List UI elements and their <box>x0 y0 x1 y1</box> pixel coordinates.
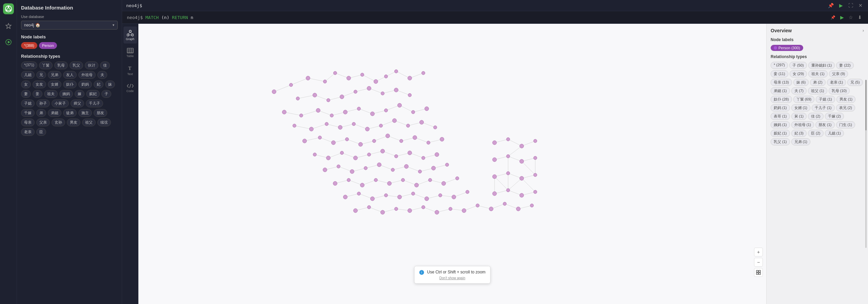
graph-node[interactable] <box>345 138 349 141</box>
rel-tag[interactable]: 师父 <box>71 100 84 107</box>
graph-node[interactable] <box>493 141 497 145</box>
graph-node[interactable] <box>359 142 363 146</box>
graph-node[interactable] <box>506 155 510 158</box>
graph-node[interactable] <box>408 151 412 155</box>
graph-node[interactable] <box>406 124 410 127</box>
graph-node[interactable] <box>340 95 344 99</box>
rel-tag[interactable]: 祖夫 <box>44 90 58 98</box>
rel-tag[interactable]: 臣 <box>36 128 46 136</box>
graph-node[interactable] <box>367 86 371 90</box>
graph-node[interactable] <box>347 178 350 182</box>
rel-tag[interactable]: 弟 <box>36 109 46 117</box>
ov-rel-tag[interactable]: 女 (29) <box>790 70 807 77</box>
rel-tag[interactable]: 奴仆 <box>63 81 77 88</box>
query-download-btn[interactable]: ⬇ <box>856 14 863 21</box>
rel-tag[interactable]: 奶妈 <box>78 81 92 88</box>
cmd-play-btn[interactable]: ▶ <box>838 2 844 9</box>
graph-node[interactable] <box>435 210 439 214</box>
ov-rel-tag[interactable]: 臣 (2) <box>808 130 824 137</box>
rel-tag[interactable]: 乳母 <box>54 61 68 69</box>
rel-tag[interactable]: 施主 <box>78 109 92 117</box>
graph-node[interactable] <box>300 114 303 117</box>
db-select-wrap[interactable]: neo4j 🏠 <box>21 21 118 30</box>
graph-node[interactable] <box>384 194 388 197</box>
graph-node[interactable] <box>333 181 337 185</box>
graph-node[interactable] <box>411 192 415 195</box>
rel-tag[interactable]: 女 <box>21 81 31 88</box>
ov-rel-tag[interactable]: 外祖母 (1) <box>791 121 814 128</box>
rel-tag[interactable]: 孙子 <box>36 100 50 107</box>
ov-rel-tag[interactable]: 弟 (2) <box>810 79 826 86</box>
graph-node[interactable] <box>431 166 436 170</box>
graph-node[interactable] <box>361 73 364 76</box>
graph-node[interactable] <box>449 207 452 211</box>
rel-tag[interactable]: 徒弟 <box>63 109 77 117</box>
graph-node[interactable] <box>520 144 524 148</box>
graph-node[interactable] <box>456 177 459 180</box>
ov-rel-tag[interactable]: 门生 (1) <box>836 121 855 128</box>
ov-rel-tag[interactable]: 佳 (2) <box>808 113 824 120</box>
graph-node[interactable] <box>493 192 497 196</box>
ov-rel-tag[interactable]: 弟媳 (1) <box>771 87 790 94</box>
viz-btn-code[interactable]: Code <box>123 79 137 96</box>
graph-node[interactable] <box>330 114 333 117</box>
graph-node[interactable] <box>503 202 506 205</box>
nav-icon-play[interactable] <box>4 37 13 47</box>
rel-tag[interactable]: 兄 <box>36 71 46 79</box>
graph-node[interactable] <box>452 195 456 199</box>
graph-node[interactable] <box>360 183 364 187</box>
ov-rel-tag[interactable]: 妃 (3) <box>791 130 807 137</box>
query-play-btn[interactable]: ▶ <box>839 14 845 21</box>
graph-node[interactable] <box>331 141 335 145</box>
graph-node[interactable] <box>325 122 328 126</box>
rel-tag[interactable]: 小舅子 <box>52 100 69 107</box>
ov-rel-tag[interactable]: 妹 (6) <box>793 79 809 86</box>
db-select[interactable]: neo4j 🏠 <box>21 21 118 30</box>
ov-rel-tag[interactable]: 兄 (5) <box>847 79 863 86</box>
graph-node[interactable] <box>386 134 390 138</box>
rel-tag[interactable]: 子媳 <box>21 100 35 107</box>
graph-node[interactable] <box>387 181 391 185</box>
graph-node[interactable] <box>404 164 408 168</box>
graph-node[interactable] <box>372 139 376 143</box>
rel-tag[interactable]: 姨妈 <box>59 90 73 98</box>
graph-node[interactable] <box>428 178 432 182</box>
graph-node[interactable] <box>350 169 354 174</box>
rel-tag[interactable]: *(371) <box>21 61 37 69</box>
ov-rel-tag[interactable]: 子 (50) <box>789 62 807 69</box>
graph-node[interactable] <box>316 108 320 112</box>
graph-node[interactable] <box>365 127 369 131</box>
graph-node[interactable] <box>381 149 385 153</box>
ov-rel-tag[interactable]: 乳父 (1) <box>771 138 790 145</box>
graph-node[interactable] <box>442 181 446 185</box>
graph-node[interactable] <box>534 156 537 160</box>
rel-tag[interactable]: 兄弟 <box>48 71 61 79</box>
graph-node[interactable] <box>439 194 442 197</box>
graph-node[interactable] <box>420 120 424 124</box>
ov-rel-tag[interactable]: 朋友 (1) <box>815 121 835 128</box>
graph-node[interactable] <box>414 183 419 187</box>
ov-rel-tag[interactable]: 表兄 (2) <box>836 104 855 111</box>
graph-node[interactable] <box>398 195 402 199</box>
ov-node-label-person[interactable]: Person (300) <box>771 45 803 51</box>
graph-node[interactable] <box>379 124 383 127</box>
graph-node[interactable] <box>445 163 449 166</box>
graph-node[interactable] <box>377 163 381 167</box>
graph-node[interactable] <box>435 153 439 157</box>
cmd-fullscreen-btn[interactable]: ⛶ <box>847 2 854 9</box>
rel-tag[interactable]: 母亲 <box>21 119 35 126</box>
cmd-close-btn[interactable]: ✕ <box>857 2 864 9</box>
zoom-dont-show-link[interactable]: Don't show again <box>419 276 486 280</box>
cmd-pin-btn[interactable]: 📌 <box>827 2 835 9</box>
rel-tag[interactable]: 玄孙 <box>52 119 65 126</box>
zoom-out-btn[interactable]: − <box>754 258 763 267</box>
zoom-in-btn[interactable]: + <box>754 248 763 256</box>
graph-node[interactable] <box>353 209 358 213</box>
graph-node[interactable] <box>313 93 317 97</box>
graph-node[interactable] <box>516 207 520 211</box>
ov-rel-tag[interactable]: 奶妈 (1) <box>771 104 790 111</box>
graph-node[interactable] <box>418 170 422 173</box>
ov-rel-tag[interactable]: 舅 (1) <box>791 113 807 120</box>
graph-node[interactable] <box>534 190 537 194</box>
ov-rel-tag[interactable]: 祖父 (1) <box>808 87 827 94</box>
